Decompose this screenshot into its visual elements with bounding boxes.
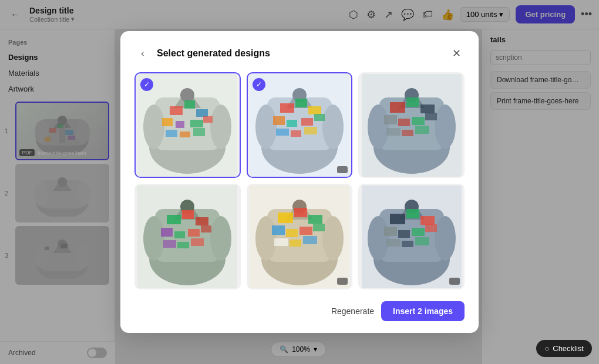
- modal-close-button[interactable]: ✕: [448, 45, 465, 62]
- svg-rect-122: [398, 230, 410, 238]
- svg-rect-101: [278, 213, 293, 223]
- svg-rect-34: [184, 100, 195, 109]
- design-card-1[interactable]: ✓: [134, 72, 241, 178]
- svg-point-65: [368, 105, 389, 149]
- svg-rect-35: [196, 109, 208, 117]
- svg-rect-118: [390, 214, 405, 224]
- svg-rect-33: [170, 106, 183, 115]
- svg-rect-123: [412, 228, 425, 236]
- svg-point-116: [368, 216, 389, 261]
- svg-rect-88: [174, 231, 185, 238]
- svg-rect-107: [313, 224, 325, 231]
- svg-rect-105: [286, 229, 298, 237]
- svg-rect-75: [402, 130, 413, 136]
- svg-rect-104: [272, 225, 285, 235]
- svg-rect-73: [425, 113, 437, 120]
- svg-rect-42: [193, 128, 205, 136]
- svg-point-32: [210, 105, 231, 149]
- svg-rect-124: [425, 224, 437, 232]
- svg-rect-110: [303, 236, 317, 244]
- svg-point-31: [143, 105, 164, 149]
- svg-rect-40: [166, 130, 177, 137]
- modal-back-button[interactable]: ‹: [134, 45, 151, 62]
- svg-rect-69: [420, 105, 435, 113]
- svg-rect-120: [420, 216, 435, 225]
- svg-rect-54: [287, 120, 297, 127]
- svg-rect-86: [196, 217, 208, 225]
- svg-rect-102: [294, 208, 307, 217]
- modal-title: Select generated designs: [157, 48, 442, 59]
- svg-rect-51: [295, 99, 307, 107]
- svg-rect-108: [274, 238, 288, 246]
- svg-rect-127: [415, 237, 429, 245]
- designs-grid: ✓: [134, 72, 465, 289]
- svg-rect-126: [402, 241, 413, 247]
- svg-point-66: [435, 105, 456, 149]
- insert-button[interactable]: Insert 2 images: [381, 301, 465, 321]
- svg-rect-38: [190, 120, 203, 127]
- selected-check-2: ✓: [253, 78, 265, 91]
- modal-header: ‹ Select generated designs ✕: [134, 45, 465, 62]
- svg-rect-121: [384, 227, 397, 236]
- svg-rect-50: [280, 103, 294, 113]
- design-card-6[interactable]: [358, 184, 465, 289]
- svg-rect-67: [390, 102, 405, 113]
- svg-rect-89: [188, 229, 200, 237]
- svg-rect-72: [412, 117, 425, 125]
- svg-rect-125: [386, 239, 401, 247]
- design-card-3[interactable]: [358, 72, 465, 178]
- checklist-icon: ○: [544, 344, 549, 353]
- svg-rect-93: [191, 238, 204, 246]
- svg-rect-53: [273, 116, 285, 125]
- svg-rect-56: [314, 114, 325, 121]
- select-designs-modal: ‹ Select generated designs ✕ ✓: [120, 31, 479, 333]
- svg-point-83: [210, 216, 231, 261]
- svg-point-100: [322, 216, 344, 261]
- svg-rect-59: [304, 127, 317, 134]
- svg-point-30: [180, 88, 194, 102]
- svg-point-49: [322, 105, 344, 149]
- svg-rect-109: [290, 240, 301, 247]
- svg-rect-41: [180, 132, 190, 137]
- svg-rect-87: [161, 228, 173, 237]
- svg-rect-90: [201, 225, 211, 232]
- svg-rect-84: [167, 215, 181, 224]
- svg-rect-57: [276, 129, 289, 136]
- svg-point-99: [255, 216, 277, 261]
- svg-rect-58: [291, 130, 301, 137]
- design-card-2[interactable]: ✓: [247, 72, 353, 178]
- svg-point-82: [143, 216, 164, 261]
- design-card-4[interactable]: [134, 184, 241, 289]
- svg-point-48: [255, 105, 277, 149]
- svg-rect-55: [301, 118, 313, 126]
- svg-rect-91: [163, 240, 176, 248]
- card-badge-2: [337, 166, 348, 173]
- svg-rect-71: [398, 119, 410, 126]
- svg-rect-39: [203, 116, 213, 123]
- svg-rect-119: [406, 209, 419, 218]
- svg-point-117: [435, 216, 456, 261]
- checklist-button[interactable]: ○ Checklist: [536, 340, 592, 357]
- svg-rect-36: [162, 118, 173, 126]
- selected-check-1: ✓: [140, 78, 153, 91]
- card-badge-6: [449, 278, 460, 285]
- svg-rect-68: [406, 97, 419, 107]
- svg-rect-103: [308, 215, 322, 224]
- svg-rect-85: [182, 210, 194, 219]
- checklist-label: Checklist: [553, 344, 584, 353]
- svg-rect-70: [384, 115, 397, 124]
- svg-rect-74: [386, 128, 401, 136]
- svg-rect-92: [177, 242, 189, 248]
- design-card-5[interactable]: [247, 184, 353, 289]
- modal-overlay: ‹ Select generated designs ✕ ✓: [0, 0, 599, 364]
- svg-rect-106: [300, 227, 312, 235]
- regenerate-button[interactable]: Regenerate: [331, 306, 374, 316]
- modal-footer: Regenerate Insert 2 images: [134, 301, 465, 321]
- svg-rect-76: [415, 126, 429, 134]
- svg-rect-37: [176, 121, 184, 128]
- card-badge-5: [337, 278, 348, 285]
- svg-rect-52: [308, 106, 321, 114]
